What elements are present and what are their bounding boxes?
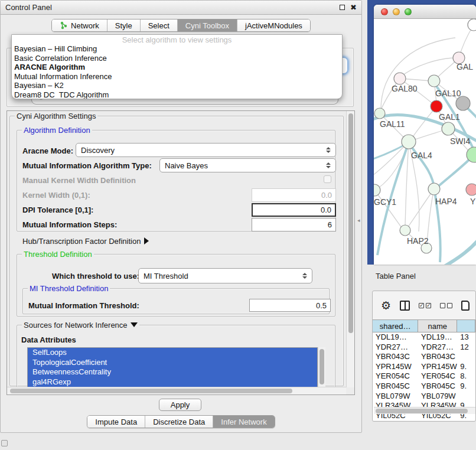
algorithm-option[interactable]: Bayesian – Hill Climbing <box>12 44 342 54</box>
window-grip-icon[interactable] <box>1 440 8 446</box>
tab-network[interactable]: Network <box>52 19 107 31</box>
tab-impute-data[interactable]: Impute Data <box>87 416 145 428</box>
table-horizontal-scrollbar[interactable] <box>374 407 475 414</box>
column-header[interactable]: name <box>418 320 457 332</box>
tab-select[interactable]: Select <box>140 19 177 31</box>
network-edge[interactable] <box>435 156 473 189</box>
table-cell: YPR145W <box>373 362 418 372</box>
algorithm-option[interactable]: ARACNE Algorithm <box>12 63 342 72</box>
zoom-traffic-light-icon[interactable] <box>405 8 412 15</box>
mi-steps-field[interactable]: 6 <box>252 218 336 231</box>
table-row[interactable]: YBR043CYBR043C <box>373 352 475 362</box>
network-node[interactable] <box>442 122 455 135</box>
control-panel-titlebar: Control Panel ✖ <box>1 1 361 15</box>
panel-divider-handle[interactable]: ◂ <box>357 217 360 223</box>
network-node[interactable] <box>394 73 406 84</box>
network-node[interactable] <box>428 183 440 195</box>
mi-type-combobox[interactable]: Naive Bayes <box>159 158 336 172</box>
tab-label: Cyni Toolbox <box>185 21 229 30</box>
network-edge[interactable] <box>400 58 455 77</box>
tab-label: jActiveMNodules <box>245 21 302 30</box>
table-row[interactable]: YBL079WYBL079W <box>373 392 475 402</box>
tab-infer-network[interactable]: Infer Network <box>213 416 274 428</box>
column-header[interactable] <box>457 320 475 332</box>
algorithm-option[interactable]: Dream8 DC_TDC Algorithm <box>12 90 342 99</box>
attributes-list-scrollbar[interactable] <box>318 347 325 389</box>
table-row[interactable]: YBR045CYBR045C9. <box>373 381 475 392</box>
float-window-icon[interactable] <box>340 5 345 10</box>
table-cell: YDR27… <box>418 343 457 353</box>
close-traffic-light-icon[interactable] <box>381 8 388 15</box>
sources-disclosure[interactable]: Sources for Network Inference <box>22 321 139 330</box>
tab-style[interactable]: Style <box>107 19 140 31</box>
network-node[interactable] <box>466 184 476 195</box>
columns-icon[interactable] <box>400 301 410 311</box>
table-cell: 8. <box>457 371 475 381</box>
which-threshold-combobox[interactable]: MI Threshold <box>138 268 312 283</box>
manual-kernel-checkbox[interactable] <box>324 175 331 183</box>
network-node[interactable] <box>428 75 440 87</box>
kernel-width-field[interactable]: 0.0 <box>252 188 336 202</box>
stepper-icon <box>326 147 331 153</box>
column-header[interactable]: shared… <box>373 320 418 332</box>
aracne-mode-value: Discovery <box>81 146 115 155</box>
aracne-mode-label: Aracne Mode: <box>22 146 73 155</box>
node-label: SWI4 <box>450 136 470 146</box>
data-attributes-label: Data Attributes <box>21 335 76 344</box>
network-canvas[interactable]: GALGAL80GAL10GAL1GAL11SWI4GAL4GCY1HAP4YH… <box>374 19 476 265</box>
network-node[interactable] <box>468 19 476 31</box>
mi-steps-label: Mutual Information Steps: <box>22 220 117 229</box>
attribute-list-item[interactable]: gal4RGexp <box>28 377 317 387</box>
node-label: GAL1 <box>439 112 460 122</box>
hub-definition-disclosure[interactable]: Hub/Transcription Factor Definition <box>22 237 149 246</box>
export-table-icon[interactable] <box>461 301 470 311</box>
settings-vertical-scrollbar[interactable] <box>346 111 354 387</box>
gear-icon[interactable]: ⚙ <box>381 300 391 311</box>
attribute-list-item[interactable]: BetweennessCentrality <box>28 367 317 377</box>
node-label: HAP2 <box>407 236 429 246</box>
table-cell <box>457 352 475 362</box>
attribute-list-item[interactable]: TopologicalCoefficient <box>28 358 317 368</box>
table-cell: YER054C <box>418 371 457 381</box>
network-edge[interactable] <box>379 142 409 188</box>
popup-prompt: Select algorithm to view settings <box>12 35 342 44</box>
settings-horizontal-scrollbar[interactable] <box>7 387 346 394</box>
algorithm-option[interactable]: Mutual Information Inference <box>12 72 342 81</box>
network-node[interactable] <box>374 184 380 196</box>
deselect-all-checkboxes-icon[interactable] <box>440 303 452 308</box>
table-row[interactable]: YDL19…YDL19…13 <box>373 332 475 343</box>
table-cell: 13 <box>457 332 475 343</box>
tab-jactivemnodules[interactable]: jActiveMNodules <box>237 19 310 31</box>
network-node[interactable] <box>400 225 410 236</box>
network-edge[interactable] <box>444 236 476 265</box>
algorithm-dropdown-popup: Select algorithm to view settings Bayesi… <box>11 34 343 99</box>
data-attributes-list[interactable]: SelfLoopsTopologicalCoefficientBetweenne… <box>27 347 318 389</box>
network-node[interactable] <box>456 96 470 110</box>
network-node[interactable] <box>431 100 442 112</box>
table-row[interactable]: YER054CYER054C8. <box>373 371 475 381</box>
table-row[interactable]: YDR27…YDR27…12 <box>373 343 475 353</box>
table-row[interactable]: YPR145WYPR145W9. <box>373 362 475 372</box>
network-node[interactable] <box>402 135 416 149</box>
network-edge[interactable] <box>381 38 455 112</box>
network-node[interactable] <box>374 108 385 119</box>
tab-cyni-toolbox[interactable]: Cyni Toolbox <box>177 19 237 31</box>
minimize-traffic-light-icon[interactable] <box>393 8 400 15</box>
tab-discretize-data[interactable]: Discretize Data <box>145 416 213 428</box>
close-icon[interactable]: ✖ <box>350 5 357 10</box>
group-title: Algorithm Definition <box>22 126 92 135</box>
network-edge[interactable] <box>408 189 434 227</box>
apply-button[interactable]: Apply <box>159 399 201 411</box>
group-title: Cyni Algorithm Settings <box>15 112 97 120</box>
aracne-mode-combobox[interactable]: Discovery <box>76 143 336 157</box>
algorithm-option[interactable]: Basic Correlation Inference <box>12 54 342 63</box>
dpi-tolerance-field[interactable]: 0.0 <box>252 203 336 217</box>
mi-threshold-field[interactable]: 0.5 <box>249 299 331 312</box>
node-label: GAL4 <box>411 151 432 160</box>
stepper-icon <box>326 162 331 168</box>
select-all-checkboxes-icon[interactable]: ✓✓ <box>419 303 431 308</box>
table-cell: YER054C <box>373 371 418 381</box>
table-toolbar: ⚙ ✓✓ <box>373 291 475 319</box>
attribute-list-item[interactable]: SelfLoops <box>28 348 317 358</box>
algorithm-option[interactable]: Bayesian – K2 <box>12 81 342 90</box>
